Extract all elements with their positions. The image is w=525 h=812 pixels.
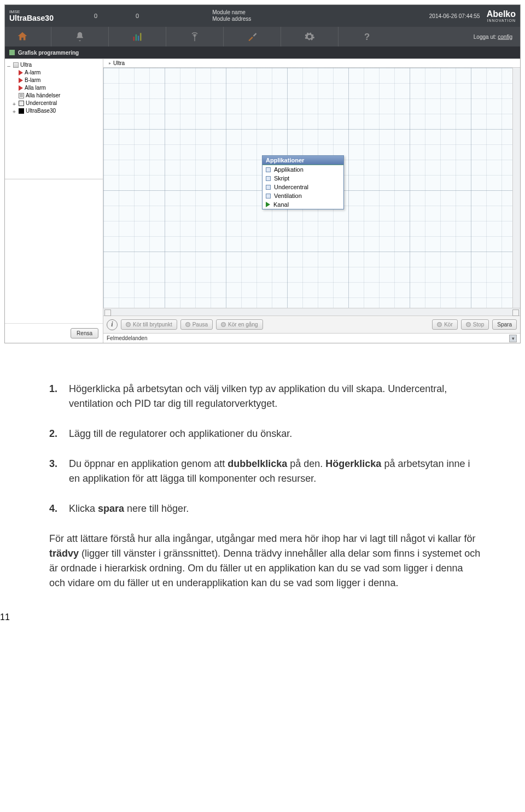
- canvas-scrollbar-vertical[interactable]: [512, 68, 520, 308]
- triangle-icon: [266, 202, 270, 207]
- help-icon[interactable]: ?: [360, 30, 374, 43]
- square-icon: [266, 194, 271, 198]
- sidebar: –Ultra A-larm B-larm Alla larm Alla händ…: [5, 59, 103, 343]
- run-once-button[interactable]: Kör en gång: [216, 319, 263, 330]
- brand-name: Abelko: [487, 10, 516, 19]
- square-icon: [266, 167, 271, 172]
- svg-text:?: ?: [364, 32, 370, 42]
- sidebar-middle: [5, 179, 103, 323]
- error-bar[interactable]: Felmeddelanden ▾: [103, 333, 520, 343]
- document-text: 1. Högerklicka på arbetsytan och välj vi…: [0, 343, 525, 612]
- list-icon: [19, 93, 24, 98]
- hw-icon: [19, 108, 24, 114]
- module-addr-label: Module address: [212, 16, 251, 22]
- tree-ultra[interactable]: –Ultra: [6, 61, 102, 69]
- square-icon: [266, 185, 271, 190]
- ctx-skript[interactable]: Skript: [262, 174, 343, 183]
- ctx-applikation[interactable]: Applikation: [262, 165, 343, 174]
- pause-button[interactable]: Pausa: [180, 319, 213, 330]
- top-bar: IMSE UltraBase30 0 0 Module name Module …: [5, 5, 520, 27]
- canvas[interactable]: Applikationer Applikation Skript Underce…: [103, 68, 512, 308]
- app-icon: [13, 62, 19, 68]
- app-screenshot: IMSE UltraBase30 0 0 Module name Module …: [4, 4, 521, 343]
- timestamp: 2014-06-26 07:44:55: [429, 13, 480, 19]
- module-name-label: Module name: [212, 9, 251, 16]
- home-icon[interactable]: [16, 30, 29, 43]
- tree-a-larm[interactable]: A-larm: [6, 69, 102, 77]
- clear-button[interactable]: Rensa: [71, 328, 98, 338]
- svg-rect-3: [140, 33, 142, 40]
- ctx-undercentral[interactable]: Undercentral: [262, 183, 343, 191]
- step-3: 3. Du öppnar en applikation genom att du…: [49, 457, 481, 486]
- ctx-kanal[interactable]: Kanal: [262, 200, 343, 209]
- canvas-header[interactable]: Ultra: [103, 59, 520, 68]
- breadcrumb-square-icon: [9, 50, 15, 55]
- run-to-breakpoint-button[interactable]: Kör till brytpunkt: [121, 319, 177, 330]
- svg-rect-2: [138, 36, 139, 40]
- tree-ultrabase30[interactable]: +UltraBase30: [6, 107, 102, 115]
- canvas-toolbar: i Kör till brytpunkt Pausa Kör en gång K…: [103, 316, 520, 333]
- flag-icon: [19, 78, 23, 83]
- svg-rect-1: [136, 34, 137, 41]
- paragraph-tree-view: För att lättare förstå hur alla ingångar…: [49, 531, 481, 591]
- brand-sub: INNOVATION: [487, 19, 516, 22]
- step-2: 2. Lägg till de regulatorer och applikat…: [49, 427, 481, 441]
- canvas-scrollbar-horizontal[interactable]: [103, 308, 520, 316]
- tree-undercentral[interactable]: +Undercentral: [6, 100, 102, 107]
- flag-icon: [19, 70, 23, 75]
- counter-zero-2: 0: [136, 13, 139, 19]
- sidebar-bottom: Rensa: [5, 323, 103, 343]
- tree-b-larm[interactable]: B-larm: [6, 77, 102, 84]
- tree-alla-larm[interactable]: Alla larm: [6, 84, 102, 92]
- page-number: 11: [0, 612, 525, 622]
- nav-row: ? Logga ut: config: [5, 27, 520, 46]
- collapse-icon[interactable]: ▾: [509, 335, 517, 342]
- product-name: UltraBase30: [9, 14, 54, 22]
- stop-button[interactable]: Stop: [461, 319, 489, 330]
- save-button[interactable]: Spara: [492, 319, 517, 330]
- step-4: 4. Klicka spara nere till höger.: [49, 501, 481, 516]
- run-button[interactable]: Kör: [432, 319, 458, 330]
- chart-icon[interactable]: [131, 30, 144, 43]
- antenna-icon[interactable]: [188, 30, 201, 43]
- context-menu: Applikationer Applikation Skript Underce…: [262, 155, 344, 209]
- tree-alla-handelser[interactable]: Alla händelser: [6, 92, 102, 100]
- breadcrumb-row: Grafisk programmering: [5, 46, 520, 59]
- tree-view[interactable]: –Ultra A-larm B-larm Alla larm Alla händ…: [5, 59, 103, 179]
- step-1: 1. Högerklicka på arbetsytan och välj vi…: [49, 382, 481, 411]
- box-icon: [19, 101, 24, 106]
- workspace: –Ultra A-larm B-larm Alla larm Alla händ…: [5, 59, 520, 343]
- info-icon[interactable]: i: [107, 319, 118, 330]
- bell-icon[interactable]: [73, 30, 86, 43]
- gear-icon[interactable]: [303, 30, 316, 43]
- svg-rect-0: [133, 37, 135, 41]
- logout-link[interactable]: Logga ut: config: [474, 34, 512, 40]
- counter-zero-1: 0: [94, 13, 97, 19]
- context-menu-header: Applikationer: [262, 156, 343, 165]
- canvas-column: Ultra Applikationer Applikation Skript U…: [103, 59, 520, 343]
- breadcrumb-label: Grafisk programmering: [18, 50, 79, 56]
- ctx-ventilation[interactable]: Ventilation: [262, 191, 343, 200]
- flag-icon: [19, 85, 23, 91]
- tools-icon[interactable]: [246, 30, 259, 43]
- square-icon: [266, 176, 271, 181]
- svg-point-4: [194, 35, 196, 37]
